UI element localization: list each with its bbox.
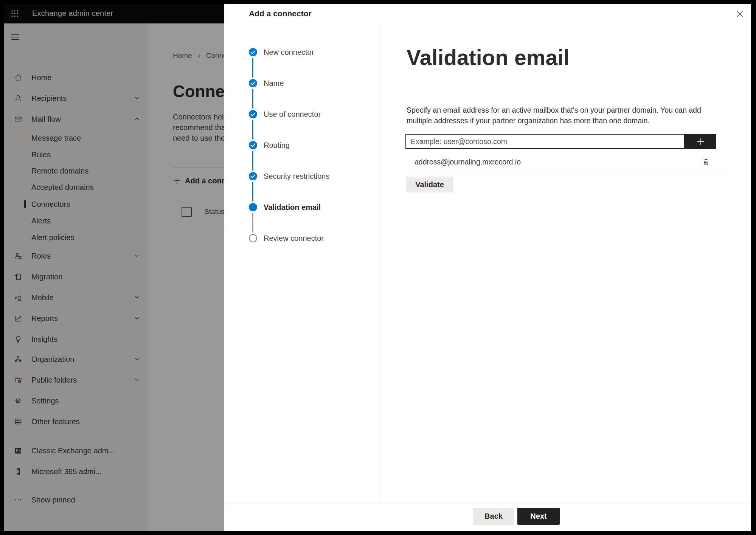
step-description: Specify an email address for an active m…	[407, 105, 701, 126]
delete-email-icon[interactable]	[701, 157, 711, 167]
back-button[interactable]: Back	[473, 508, 514, 525]
panel-title: Add a connector	[249, 9, 312, 18]
step-security-restrictions[interactable]: Security restrictions	[264, 171, 330, 181]
step-new-connector[interactable]: New connector	[264, 47, 314, 57]
step-routing[interactable]: Routing	[264, 140, 290, 150]
step-heading: Validation email	[407, 43, 570, 72]
step-review-connector[interactable]: Review connector	[264, 233, 324, 243]
validate-button[interactable]: Validate	[406, 177, 453, 192]
email-list-item: address@journaling.mxrecord.io	[414, 157, 521, 167]
step-check-icon	[249, 141, 257, 149]
step-connector-line	[252, 120, 253, 140]
wizard-steps: New connector Name Use of connector Rout…	[224, 24, 380, 504]
step-name[interactable]: Name	[264, 78, 284, 88]
step-connector-line	[252, 58, 253, 78]
step-connector-line	[252, 182, 253, 202]
email-list-divider	[405, 172, 727, 172]
add-connector-panel: Add a connector New connector Name Use o…	[224, 4, 751, 531]
email-address-input[interactable]	[405, 134, 685, 149]
step-todo-circle	[249, 234, 257, 242]
step-check-icon	[249, 48, 257, 56]
step-connector-line	[252, 213, 253, 233]
step-use-of-connector[interactable]: Use of connector	[264, 109, 321, 119]
close-icon[interactable]	[734, 8, 745, 20]
add-email-button[interactable]	[685, 134, 716, 149]
step-connector-line	[252, 151, 253, 171]
step-check-icon	[249, 79, 257, 87]
screenshot-frame: Exchange admin center Home Recipients Ma…	[0, 0, 756, 535]
step-check-icon	[249, 172, 257, 180]
app-window: Exchange admin center Home Recipients Ma…	[4, 4, 751, 531]
step-check-icon	[249, 110, 257, 118]
wizard-content: Validation email Specify an email addres…	[381, 24, 751, 504]
panel-footer: Back Next	[224, 504, 751, 531]
step-validation-email[interactable]: Validation email	[264, 202, 321, 212]
step-connector-line	[252, 89, 253, 109]
step-current-dot	[249, 203, 257, 211]
next-button[interactable]: Next	[517, 508, 560, 525]
panel-header: Add a connector	[224, 4, 751, 24]
